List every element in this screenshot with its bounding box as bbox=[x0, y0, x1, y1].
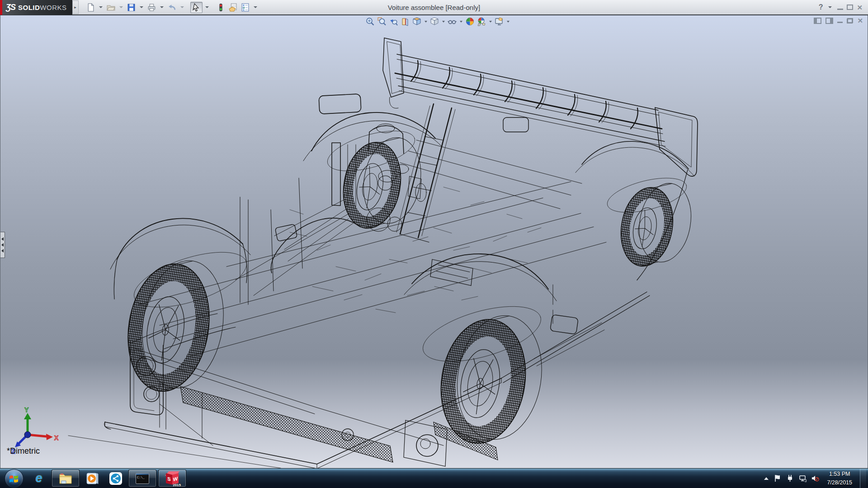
rear-right-wheel[interactable] bbox=[615, 176, 697, 273]
open-icon bbox=[107, 3, 115, 12]
print-dropdown-icon[interactable] bbox=[160, 6, 164, 8]
open-button[interactable] bbox=[105, 2, 117, 13]
collapse-pane-icon[interactable] bbox=[814, 18, 821, 24]
feature-manager-collapsed-tab[interactable] bbox=[0, 232, 5, 258]
previous-view-button[interactable] bbox=[388, 16, 399, 27]
media-player-icon bbox=[85, 472, 99, 485]
doc-restore-button[interactable] bbox=[847, 18, 853, 23]
sw-letter-s: S bbox=[166, 473, 172, 484]
close-button[interactable]: ✕ bbox=[857, 4, 863, 11]
display-style-button[interactable] bbox=[429, 16, 440, 27]
select-dropdown-icon[interactable] bbox=[205, 6, 209, 8]
title-bar: ƷS SOLIDWORKS ▸ bbox=[0, 0, 868, 15]
command-prompt-label: C:\_ bbox=[137, 476, 145, 479]
doc-close-button[interactable]: ✕ bbox=[857, 17, 863, 24]
view-settings-button[interactable] bbox=[494, 16, 505, 27]
collapse-arrow-icon bbox=[1, 237, 4, 241]
display-style-icon bbox=[430, 17, 439, 26]
graphics-viewport[interactable]: ✕ Y X Z *Dimetric bbox=[0, 15, 868, 468]
options-dropdown-icon[interactable] bbox=[254, 6, 257, 8]
rebuild-traffic-light-icon bbox=[217, 3, 225, 12]
restore-button[interactable] bbox=[847, 5, 853, 10]
taskbar-network-share-app[interactable] bbox=[104, 469, 127, 488]
menu-expand-icon[interactable]: ▸ bbox=[72, 0, 79, 14]
rear-left-fender[interactable] bbox=[404, 254, 578, 372]
apply-scene-dropdown-icon[interactable] bbox=[489, 21, 492, 23]
solidworks-cube-icon: S W 2015 bbox=[165, 471, 179, 486]
view-orientation-button[interactable] bbox=[412, 16, 422, 27]
view-orientation-dropdown-icon[interactable] bbox=[425, 21, 427, 23]
rear-wing[interactable] bbox=[383, 38, 698, 176]
undo-dropdown-icon[interactable] bbox=[180, 6, 184, 8]
hide-show-items-icon bbox=[448, 17, 457, 26]
edit-appearance-button[interactable] bbox=[465, 16, 475, 27]
system-tray: 1:53 PM 7/28/2015 bbox=[764, 469, 868, 488]
minimize-button[interactable] bbox=[837, 9, 843, 10]
previous-view-icon bbox=[389, 17, 398, 26]
doc-minimize-button[interactable] bbox=[837, 22, 843, 23]
taskbar-clock[interactable]: 1:53 PM 7/28/2015 bbox=[824, 470, 855, 486]
clock-time: 1:53 PM bbox=[827, 470, 852, 478]
wireframe-car-model[interactable] bbox=[0, 15, 868, 468]
save-button[interactable] bbox=[126, 2, 137, 13]
zoom-to-area-button[interactable] bbox=[377, 16, 387, 27]
view-orientation-label: *Dimetric bbox=[7, 446, 40, 456]
new-dropdown-icon[interactable] bbox=[99, 6, 103, 8]
view-settings-dropdown-icon[interactable] bbox=[507, 21, 509, 23]
taskbar-command-prompt[interactable]: C:\_ bbox=[128, 469, 156, 487]
save-icon bbox=[127, 3, 136, 12]
display-style-dropdown-icon[interactable] bbox=[442, 21, 445, 23]
hide-show-items-button[interactable] bbox=[447, 16, 458, 27]
brand-solid: SOLID bbox=[18, 4, 40, 11]
taskbar-solidworks[interactable]: S W 2015 bbox=[158, 469, 186, 487]
network-share-app-icon bbox=[109, 472, 123, 485]
section-view-button[interactable] bbox=[400, 16, 410, 27]
zoom-to-fit-button[interactable] bbox=[365, 16, 375, 27]
apply-scene-icon bbox=[477, 17, 486, 26]
print-button[interactable] bbox=[146, 2, 157, 13]
help-dropdown-icon[interactable] bbox=[828, 6, 832, 8]
windows-taskbar: e bbox=[0, 468, 868, 488]
show-hidden-icons-button[interactable] bbox=[764, 477, 769, 480]
taskbar-windows-explorer[interactable] bbox=[52, 469, 80, 487]
solidworks-logo[interactable]: ƷS SOLIDWORKS bbox=[2, 0, 72, 15]
edit-appearance-icon bbox=[465, 17, 475, 26]
file-properties-icon bbox=[229, 3, 237, 12]
expand-pane-icon[interactable] bbox=[826, 18, 833, 24]
taskbar-media-player[interactable] bbox=[80, 469, 104, 488]
options-icon bbox=[241, 3, 250, 12]
undo-icon bbox=[168, 3, 176, 12]
front-left-wheel[interactable] bbox=[119, 253, 232, 399]
select-button[interactable] bbox=[190, 2, 203, 13]
volume-muted-icon[interactable] bbox=[811, 474, 819, 482]
brand-name: SOLIDWORKS bbox=[18, 4, 67, 11]
select-cursor-icon bbox=[192, 3, 201, 12]
solidworks-window: ƷS SOLIDWORKS ▸ bbox=[0, 0, 868, 488]
hide-show-dropdown-icon[interactable] bbox=[460, 21, 462, 23]
help-button[interactable]: ? bbox=[819, 3, 823, 11]
apply-scene-button[interactable] bbox=[476, 16, 487, 27]
main-toolbar bbox=[85, 2, 259, 13]
start-button[interactable] bbox=[5, 469, 24, 488]
triad-y-label: Y bbox=[24, 406, 29, 413]
clock-date: 7/28/2015 bbox=[827, 479, 852, 487]
show-desktop-button[interactable] bbox=[860, 469, 866, 488]
taskbar-internet-explorer[interactable]: e bbox=[27, 469, 51, 488]
open-dropdown-icon[interactable] bbox=[119, 6, 123, 8]
view-settings-icon bbox=[495, 17, 504, 26]
new-document-button[interactable] bbox=[85, 2, 96, 13]
print-icon bbox=[147, 3, 156, 12]
power-plug-icon[interactable] bbox=[786, 474, 794, 482]
network-icon[interactable] bbox=[799, 474, 807, 482]
section-view-icon bbox=[401, 17, 410, 26]
collapse-arrow-icon bbox=[1, 249, 4, 253]
brand-mark: ƷS bbox=[6, 3, 15, 12]
options-button[interactable] bbox=[240, 2, 251, 13]
undo-button[interactable] bbox=[166, 2, 178, 13]
rebuild-button[interactable] bbox=[215, 2, 226, 13]
file-properties-button[interactable] bbox=[227, 2, 239, 13]
save-dropdown-icon[interactable] bbox=[140, 6, 143, 8]
action-center-flag-icon[interactable] bbox=[774, 474, 781, 482]
brand-works: WORKS bbox=[40, 4, 66, 11]
triad-x-label: X bbox=[54, 434, 59, 441]
